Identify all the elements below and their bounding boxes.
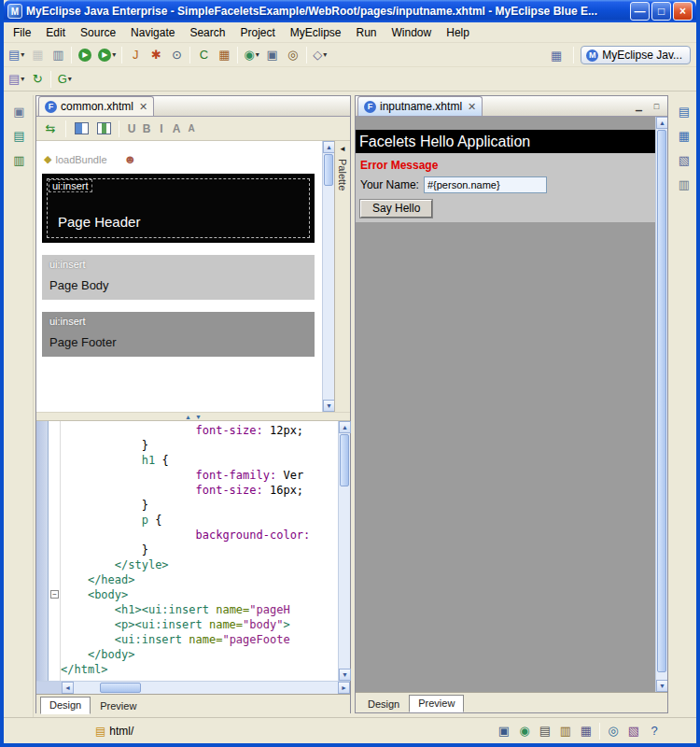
your-name-input[interactable] bbox=[424, 176, 547, 193]
perspective-tab-myeclipse[interactable]: M MyEclipse Jav... bbox=[581, 46, 691, 64]
code-line[interactable]: <h1><ui:insert name="pageH bbox=[61, 602, 338, 617]
code-line[interactable]: font-size: 12px; bbox=[61, 423, 338, 438]
close-tab-icon[interactable]: ✕ bbox=[468, 101, 476, 113]
code-line[interactable]: </head> bbox=[61, 572, 338, 587]
breadcrumb[interactable]: ▤ html/ bbox=[95, 725, 133, 738]
preview-pane[interactable]: Facelets Hello Application Error Message… bbox=[356, 117, 667, 692]
palette-icon[interactable]: ▧ bbox=[623, 721, 644, 741]
dropdown-arrow-icon[interactable]: ▾ bbox=[256, 50, 259, 59]
sync-source-button[interactable]: ⇆ bbox=[40, 119, 61, 139]
deploy-button[interactable]: ▣ bbox=[262, 45, 283, 65]
code-line[interactable]: <ui:insert name="pageFoote bbox=[61, 632, 338, 647]
print-button[interactable]: ▥ bbox=[48, 45, 68, 65]
outline-view-button[interactable]: ▤ bbox=[675, 103, 693, 120]
menu-source[interactable]: Source bbox=[73, 23, 123, 42]
open-perspective-button[interactable]: ▦ bbox=[546, 45, 567, 65]
code-line[interactable]: font-size: 16px; bbox=[61, 483, 338, 498]
genuitec-run-button[interactable]: G▾ bbox=[54, 69, 75, 90]
folding-ruler[interactable]: − bbox=[49, 421, 61, 681]
menu-help[interactable]: Help bbox=[439, 23, 477, 42]
code-line[interactable]: background-color: bbox=[61, 528, 338, 543]
format-underline-button[interactable]: U bbox=[124, 120, 139, 137]
code-line[interactable]: <body> bbox=[61, 587, 338, 602]
search-button[interactable]: ⊙ bbox=[166, 45, 187, 65]
title-bar[interactable]: M MyEclipse Java Enterprise - SimpleFace… bbox=[4, 0, 696, 22]
code-line[interactable]: <p><ui:insert name="body"> bbox=[61, 617, 338, 632]
code-line[interactable]: } bbox=[61, 438, 338, 453]
sash-down-icon[interactable]: ▼ bbox=[195, 414, 202, 420]
restore-views-button[interactable]: ▣ bbox=[10, 103, 29, 120]
database-icon[interactable]: ▦ bbox=[576, 721, 596, 741]
code-line[interactable]: p { bbox=[61, 513, 338, 528]
package-explorer-button[interactable]: ▤ bbox=[10, 127, 29, 144]
person-icon[interactable]: ☻ bbox=[124, 152, 137, 166]
menu-project[interactable]: Project bbox=[232, 23, 282, 42]
java-editor-button[interactable]: J bbox=[125, 45, 146, 65]
menu-file[interactable]: File bbox=[6, 23, 38, 42]
format-font-button[interactable]: A bbox=[169, 120, 184, 137]
tab-design[interactable]: Design bbox=[359, 697, 408, 712]
browser-icon[interactable]: ◉ bbox=[514, 721, 535, 741]
palette-expand-icon[interactable]: ◄ bbox=[339, 145, 346, 153]
help-icon[interactable]: ? bbox=[644, 721, 665, 741]
format-italic-button[interactable]: I bbox=[154, 120, 169, 137]
sash-up-icon[interactable]: ▲ bbox=[185, 414, 191, 420]
palette-view-button[interactable]: ▧ bbox=[675, 151, 693, 168]
web-view-icon[interactable]: ◎ bbox=[603, 721, 623, 741]
console-icon[interactable]: ▤ bbox=[535, 721, 555, 741]
debug-bug-button[interactable]: ✱ bbox=[146, 45, 166, 65]
annotation-ruler[interactable] bbox=[36, 421, 49, 681]
dropdown-arrow-icon[interactable]: ▾ bbox=[21, 50, 24, 59]
minimize-editor-icon[interactable]: ▁ bbox=[631, 99, 647, 113]
palette-strip[interactable]: ◄ Palette bbox=[334, 141, 350, 412]
dropdown-arrow-icon[interactable]: ▾ bbox=[21, 75, 24, 83]
scroll-thumb[interactable] bbox=[340, 434, 349, 486]
load-bundle-label[interactable]: loadBundle bbox=[55, 154, 106, 165]
preview-scrollbar[interactable]: ▲ ▼ bbox=[655, 117, 667, 692]
new-wizard-button[interactable]: ▤▾ bbox=[6, 45, 27, 65]
server-run-button[interactable]: ◎ bbox=[283, 45, 303, 65]
source-scrollbar[interactable]: ▲ ▼ bbox=[338, 421, 350, 681]
source-hscrollbar[interactable]: ◄ ► bbox=[36, 681, 350, 694]
scroll-down-icon[interactable]: ▼ bbox=[656, 680, 667, 692]
save-button[interactable]: ▦ bbox=[27, 45, 48, 65]
jsp-icon[interactable]: ▥ bbox=[555, 721, 576, 741]
scroll-down-icon[interactable]: ▼ bbox=[339, 669, 351, 681]
run-server-button[interactable]: ▶▾ bbox=[95, 45, 119, 65]
web-browser-button[interactable]: ◉▾ bbox=[241, 45, 261, 65]
tab-common-xhtml[interactable]: F common.xhtml ✕ bbox=[38, 96, 154, 116]
layout-horizontal-button[interactable] bbox=[71, 119, 91, 139]
design-source-sash[interactable]: ▲▼ bbox=[36, 412, 350, 421]
minimize-button[interactable]: — bbox=[630, 2, 650, 21]
maximize-editor-icon[interactable]: □ bbox=[649, 99, 665, 113]
open-type-button[interactable]: ◇▾ bbox=[310, 45, 330, 65]
menu-window[interactable]: Window bbox=[385, 23, 440, 42]
scroll-thumb[interactable] bbox=[657, 130, 666, 672]
code-line[interactable]: </style> bbox=[61, 557, 338, 572]
tab-inputname-xhtml[interactable]: F inputname.xhtml ✕ bbox=[357, 96, 483, 116]
dropdown-arrow-icon[interactable]: ▾ bbox=[323, 50, 327, 59]
source-code[interactable]: font-size: 12px; } h1 { font-family: Ver… bbox=[61, 421, 338, 681]
server-icon[interactable]: ▣ bbox=[494, 721, 514, 741]
scroll-thumb[interactable] bbox=[100, 683, 141, 693]
dropdown-arrow-icon[interactable]: ▾ bbox=[68, 75, 72, 83]
scroll-thumb[interactable] bbox=[324, 154, 333, 186]
snippets-view-button[interactable]: ▦ bbox=[675, 127, 693, 144]
code-line[interactable]: </body> bbox=[61, 647, 338, 662]
code-line[interactable]: } bbox=[61, 543, 338, 557]
new-package-button[interactable]: ▦ bbox=[214, 45, 234, 65]
code-line[interactable]: } bbox=[61, 498, 338, 513]
page-footer-insert-box[interactable]: ui:insert Page Footer bbox=[42, 312, 315, 357]
edit-annotation-button[interactable]: ▤▾ bbox=[6, 69, 27, 90]
collapse-fold-icon[interactable]: − bbox=[50, 590, 59, 599]
tab-preview[interactable]: Preview bbox=[91, 698, 145, 714]
design-canvas[interactable]: ◆ loadBundle ☻ ui:insert Page Header ui:… bbox=[36, 141, 322, 412]
new-java-class-button[interactable]: C bbox=[193, 45, 214, 65]
code-line[interactable]: h1 { bbox=[61, 453, 338, 468]
page-body-insert-box[interactable]: ui:insert Page Body bbox=[42, 255, 315, 300]
run-button[interactable]: ▶ bbox=[75, 45, 95, 65]
properties-view-button[interactable]: ▥ bbox=[675, 176, 693, 192]
maximize-button[interactable]: □ bbox=[651, 2, 671, 21]
tab-preview[interactable]: Preview bbox=[409, 695, 464, 712]
code-line[interactable]: </html> bbox=[61, 662, 338, 677]
